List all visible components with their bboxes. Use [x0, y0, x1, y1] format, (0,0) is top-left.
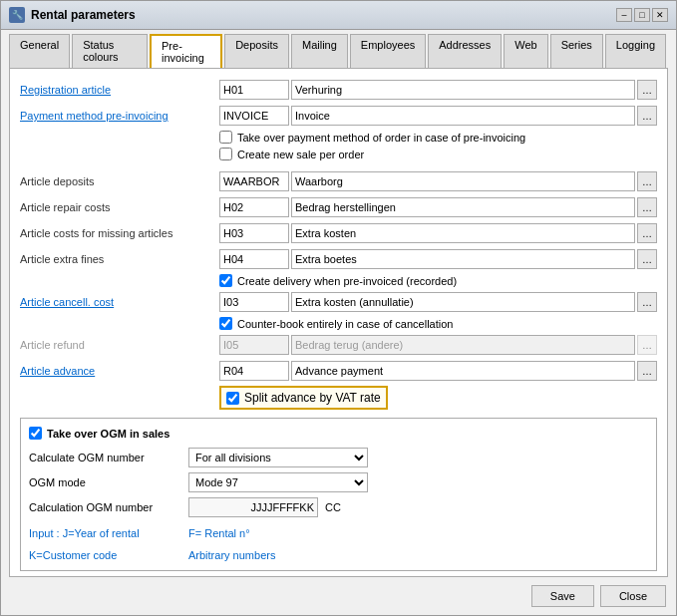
- create-delivery-label: Create delivery when pre-invoiced (recor…: [237, 275, 457, 287]
- ogm-mode-row: OGM mode Mode 97 Mode 10: [29, 472, 648, 492]
- title-controls: – □ ✕: [616, 8, 668, 22]
- article-repair-browse[interactable]: …: [637, 197, 657, 217]
- save-button[interactable]: Save: [531, 585, 594, 607]
- calculate-ogm-select[interactable]: For all divisions For current division N…: [188, 448, 368, 467]
- tab-logging[interactable]: Logging: [605, 34, 666, 68]
- cc-label: CC: [325, 501, 341, 513]
- article-cancell-name[interactable]: [291, 292, 635, 312]
- footer: Save Close: [1, 577, 676, 615]
- article-refund-fields: …: [219, 335, 657, 355]
- calculation-ogm-label: Calculation OGM number: [29, 501, 188, 513]
- article-cancell-browse[interactable]: …: [637, 292, 657, 312]
- payment-method-row: Payment method pre-invoicing …: [20, 105, 657, 127]
- article-advance-browse[interactable]: …: [637, 361, 657, 381]
- article-fines-label: Article extra fines: [20, 253, 219, 265]
- tab-pre-invoicing[interactable]: Pre-invoicing: [150, 34, 222, 68]
- payment-method-label[interactable]: Payment method pre-invoicing: [20, 110, 219, 122]
- tab-web[interactable]: Web: [504, 34, 547, 68]
- maximize-button[interactable]: □: [634, 8, 650, 22]
- takeover-payment-label: Take over payment method of order in cas…: [237, 132, 525, 144]
- article-advance-name[interactable]: [291, 361, 635, 381]
- window-title: Rental parameters: [31, 8, 136, 22]
- tab-addresses[interactable]: Addresses: [428, 34, 502, 68]
- article-fines-row: Article extra fines …: [20, 248, 657, 270]
- article-deposits-browse[interactable]: …: [637, 171, 657, 191]
- takeover-payment-row: Take over payment method of order in cas…: [20, 131, 657, 144]
- tab-employees[interactable]: Employees: [350, 34, 426, 68]
- article-missing-browse[interactable]: …: [637, 223, 657, 243]
- registration-article-label[interactable]: Registration article: [20, 84, 219, 96]
- payment-method-name[interactable]: [291, 106, 635, 126]
- create-delivery-checkbox[interactable]: [219, 274, 232, 287]
- ogm-number-input[interactable]: [188, 497, 318, 517]
- minimize-button[interactable]: –: [616, 8, 632, 22]
- takeover-ogm-label: Take over OGM in sales: [47, 428, 169, 440]
- ogm-mode-label: OGM mode: [29, 476, 188, 488]
- create-sale-checkbox[interactable]: [219, 148, 232, 160]
- counter-book-label: Counter-book entirely in case of cancell…: [237, 318, 453, 330]
- info-left-1: Input : J=Year of rental: [29, 526, 188, 540]
- tab-mailing[interactable]: Mailing: [291, 34, 348, 68]
- close-button[interactable]: Close: [600, 585, 666, 607]
- article-cancell-fields: …: [219, 292, 657, 312]
- counter-book-checkbox[interactable]: [219, 317, 232, 330]
- article-deposits-name[interactable]: [291, 171, 635, 191]
- article-cancell-code[interactable]: [219, 292, 289, 312]
- create-sale-label: Create new sale per order: [237, 149, 364, 160]
- article-missing-label: Article costs for missing articles: [20, 227, 219, 239]
- article-repair-name[interactable]: [291, 197, 635, 217]
- article-missing-name[interactable]: [291, 223, 635, 243]
- tab-series[interactable]: Series: [550, 34, 603, 68]
- calculate-ogm-row: Calculate OGM number For all divisions F…: [29, 448, 648, 467]
- create-sale-row: Create new sale per order: [20, 148, 657, 160]
- info-text-right-2: Arbitrary numbers: [188, 549, 275, 561]
- info-text-left-2: K=Customer code: [29, 549, 117, 561]
- close-button[interactable]: ✕: [652, 8, 668, 22]
- split-advance-row: Split advance by VAT rate: [219, 386, 388, 410]
- article-missing-code[interactable]: [219, 223, 289, 243]
- article-missing-fields: …: [219, 223, 657, 243]
- ogm-mode-select[interactable]: Mode 97 Mode 10: [188, 472, 368, 492]
- info-text-right-1: F= Rental n°: [188, 527, 250, 539]
- article-deposits-row: Article deposits …: [20, 170, 657, 192]
- window-icon: 🔧: [9, 7, 25, 23]
- registration-article-browse[interactable]: …: [637, 80, 657, 100]
- ogm-mode-field: Mode 97 Mode 10: [188, 472, 368, 492]
- article-fines-code[interactable]: [219, 249, 289, 269]
- split-advance-label: Split advance by VAT rate: [244, 391, 381, 405]
- article-fines-name[interactable]: [291, 249, 635, 269]
- registration-article-name[interactable]: [291, 80, 635, 100]
- article-advance-fields: …: [219, 361, 657, 381]
- tab-status-colours[interactable]: Status colours: [72, 34, 148, 68]
- tab-general[interactable]: General: [9, 34, 70, 68]
- content-area: Registration article … Payment method pr…: [9, 68, 668, 577]
- article-refund-code: [219, 335, 289, 355]
- article-deposits-fields: …: [219, 171, 657, 191]
- title-bar-left: 🔧 Rental parameters: [9, 7, 136, 23]
- calculate-ogm-field: For all divisions For current division N…: [188, 448, 368, 467]
- article-deposits-code[interactable]: [219, 171, 289, 191]
- split-advance-checkbox[interactable]: [226, 392, 239, 405]
- article-fines-fields: …: [219, 249, 657, 269]
- takeover-ogm-checkbox[interactable]: [29, 427, 42, 440]
- article-repair-code[interactable]: [219, 197, 289, 217]
- article-refund-name: [291, 335, 635, 355]
- title-bar: 🔧 Rental parameters – □ ✕: [1, 1, 676, 30]
- article-fines-browse[interactable]: …: [637, 249, 657, 269]
- split-advance-wrapper: Split advance by VAT rate: [20, 386, 657, 410]
- registration-article-code[interactable]: [219, 80, 289, 100]
- article-advance-code[interactable]: [219, 361, 289, 381]
- article-cancell-label[interactable]: Article cancell. cost: [20, 296, 219, 308]
- article-refund-label: Article refund: [20, 339, 219, 351]
- article-cancell-row: Article cancell. cost …: [20, 291, 657, 313]
- payment-method-code[interactable]: [219, 106, 289, 126]
- article-advance-label[interactable]: Article advance: [20, 365, 219, 377]
- tab-deposits[interactable]: Deposits: [224, 34, 289, 68]
- calculation-ogm-field: CC: [188, 497, 341, 517]
- create-delivery-row: Create delivery when pre-invoiced (recor…: [20, 274, 657, 287]
- payment-method-browse[interactable]: …: [637, 106, 657, 126]
- takeover-payment-checkbox[interactable]: [219, 131, 232, 144]
- calculate-ogm-label: Calculate OGM number: [29, 452, 188, 463]
- info-row-1: Input : J=Year of rental F= Rental n°: [29, 522, 648, 540]
- article-refund-browse: …: [637, 335, 657, 355]
